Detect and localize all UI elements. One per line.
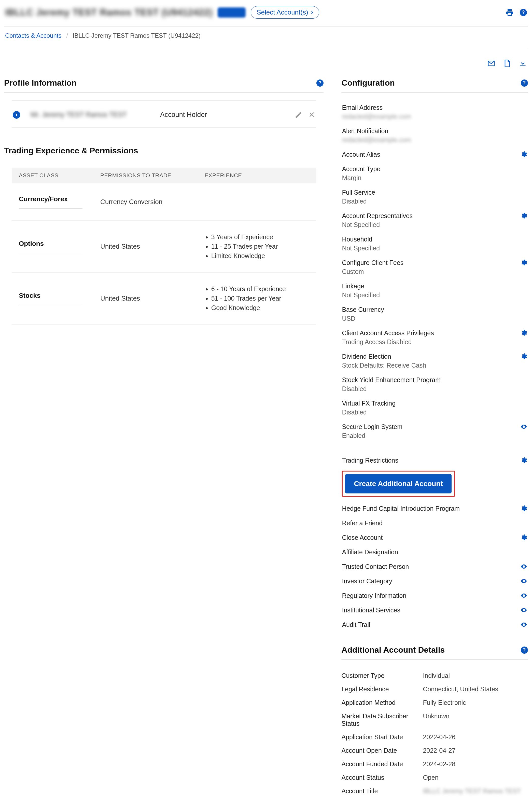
gear-icon[interactable]: [520, 505, 527, 512]
cfg-label: Alert Notification: [342, 127, 411, 135]
info-icon[interactable]: i: [13, 111, 20, 119]
close-icon[interactable]: ✕: [308, 111, 315, 119]
gear-icon[interactable]: [520, 259, 527, 266]
cfg-label: Investor Category: [342, 578, 392, 585]
eye-icon[interactable]: [520, 563, 527, 570]
download-icon[interactable]: [519, 59, 527, 68]
cfg-value: Not Specified: [342, 291, 380, 299]
print-icon[interactable]: [506, 8, 514, 17]
help-icon[interactable]: ?: [521, 646, 528, 654]
cfg-label: Household: [342, 236, 380, 243]
cfg-label: Trading Restrictions: [342, 457, 398, 464]
tep-exp-item: 3 Years of Experience: [211, 232, 309, 242]
cfg-institutional: Institutional Services: [342, 603, 527, 618]
cfg-value: USD: [342, 315, 384, 322]
cfg-label: Linkage: [342, 282, 380, 290]
cfg-label: Full Service: [342, 189, 375, 196]
details-row: Market Data Subscriber StatusUnknown: [341, 710, 528, 730]
details-row: Account Open Date2022-04-27: [341, 744, 528, 757]
tep-perm: Currency Conversion: [100, 198, 205, 206]
gear-icon[interactable]: [520, 212, 527, 219]
gear-icon[interactable]: [520, 353, 527, 360]
cfg-label: Close Account: [342, 534, 383, 541]
cfg-restrictions: Trading Restrictions: [342, 453, 527, 468]
cfg-linkage: Linkage Not Specified: [342, 279, 527, 303]
cfg-syep: Stock Yield Enhancement Program Disabled: [342, 373, 527, 396]
tep-asset: Stocks: [19, 292, 82, 305]
cfg-label: Dividend Election: [342, 353, 426, 360]
edit-icon[interactable]: [295, 111, 302, 119]
tep-perm: United States: [100, 294, 205, 303]
cfg-label: Audit Trail: [342, 621, 370, 628]
config-section-title: Configuration: [341, 78, 395, 88]
breadcrumb-root[interactable]: Contacts & Accounts: [5, 32, 61, 39]
gear-icon[interactable]: [520, 329, 527, 336]
tep-exp-item: Limited Knowledge: [211, 251, 309, 261]
tep-asset: Options: [19, 240, 82, 253]
cfg-label: Institutional Services: [342, 607, 400, 614]
cfg-label: Account Alias: [342, 151, 380, 158]
eye-icon[interactable]: [520, 607, 527, 614]
cfg-label: Configure Client Fees: [342, 259, 403, 267]
cfg-alert: Alert Notification redacted@example.com: [342, 124, 527, 147]
gear-icon[interactable]: [520, 457, 527, 464]
profile-role: Account Holder: [160, 111, 290, 119]
eye-icon[interactable]: [520, 423, 527, 430]
cfg-trusted: Trusted Contact Person: [342, 560, 527, 574]
breadcrumb-current: IBLLC Jeremy TEST Ramos TEST (U9412422): [73, 32, 200, 39]
tep-row-options: Options United States 3 Years of Experie…: [12, 221, 316, 273]
tep-section-title: Trading Experience & Permissions: [4, 146, 138, 155]
cfg-label: Affiliate Designation: [342, 548, 398, 556]
cfg-label: Client Account Access Privileges: [342, 329, 434, 337]
details-row: Legal ResidenceConnecticut, United State…: [341, 682, 528, 696]
cfg-label: Hedge Fund Capital Introduction Program: [342, 505, 460, 512]
cfg-vfx: Virtual FX Tracking Disabled: [342, 396, 527, 420]
gear-icon[interactable]: [520, 151, 527, 158]
tep-asset: Currency/Forex: [19, 195, 82, 209]
gear-icon[interactable]: [520, 534, 527, 541]
breadcrumb: Contacts & Accounts / IBLLC Jeremy TEST …: [4, 26, 528, 47]
details-row: Customer TypeIndividual: [341, 669, 528, 682]
document-icon[interactable]: [503, 59, 511, 68]
cfg-close: Close Account: [342, 530, 527, 545]
cfg-access: Client Account Access Privileges Trading…: [342, 326, 527, 349]
details-grid: Customer TypeIndividual Legal ResidenceC…: [341, 667, 528, 806]
cfg-affiliate: Affiliate Designation: [342, 545, 527, 560]
cfg-email: Email Address redacted@example.com: [342, 100, 527, 124]
help-icon[interactable]: ?: [521, 79, 528, 87]
cfg-value: Disabled: [342, 198, 375, 205]
cfg-hedge: Hedge Fund Capital Introduction Program: [342, 501, 527, 516]
cfg-value: Stock Defaults: Receive Cash: [342, 362, 426, 369]
eye-icon[interactable]: [520, 592, 527, 599]
select-account-button[interactable]: Select Account(s): [251, 6, 319, 19]
select-account-label: Select Account(s): [256, 8, 308, 16]
cfg-label: Stock Yield Enhancement Program: [342, 376, 441, 384]
cfg-label: Trusted Contact Person: [342, 563, 409, 570]
tep-exp: 3 Years of Experience 11 - 25 Trades per…: [205, 232, 309, 261]
cfg-reps: Account Representatives Not Specified: [342, 209, 527, 232]
create-account-highlight: Create Additional Account: [342, 471, 455, 497]
cfg-audit: Audit Trail: [342, 618, 527, 632]
details-row: Application MethodFully Electronic: [341, 696, 528, 710]
config-section-header: Configuration ?: [341, 75, 528, 92]
tep-col-asset: ASSET CLASS: [19, 172, 100, 179]
tep-table: ASSET CLASS PERMISSIONS TO TRADE EXPERIE…: [4, 168, 324, 325]
help-icon[interactable]: ?: [520, 9, 527, 16]
breadcrumb-separator: /: [66, 32, 68, 39]
eye-icon[interactable]: [520, 621, 527, 628]
mail-icon[interactable]: [487, 59, 495, 68]
eye-icon[interactable]: [520, 578, 527, 585]
tep-row-stocks: Stocks United States 6 - 10 Years of Exp…: [12, 273, 316, 325]
details-row: Account Funded Date2024-02-28: [341, 757, 528, 771]
cfg-value: Margin: [342, 174, 380, 182]
tep-exp-item: 11 - 25 Trades per Year: [211, 242, 309, 251]
cfg-value: Enabled: [342, 432, 402, 439]
help-icon[interactable]: ?: [317, 79, 324, 87]
tep-row-forex: Currency/Forex Currency Conversion: [12, 183, 316, 221]
cfg-sls: Secure Login System Enabled: [342, 420, 527, 443]
details-row-title: Account TitleIBLLC Jeremy TEST Ramos TES…: [341, 784, 528, 798]
details-row-username: Usernamejramostest: [341, 798, 528, 806]
create-additional-account-button[interactable]: Create Additional Account: [345, 474, 452, 493]
cfg-regulatory: Regulatory Information: [342, 588, 527, 603]
details-section-title: Additional Account Details: [341, 645, 445, 655]
